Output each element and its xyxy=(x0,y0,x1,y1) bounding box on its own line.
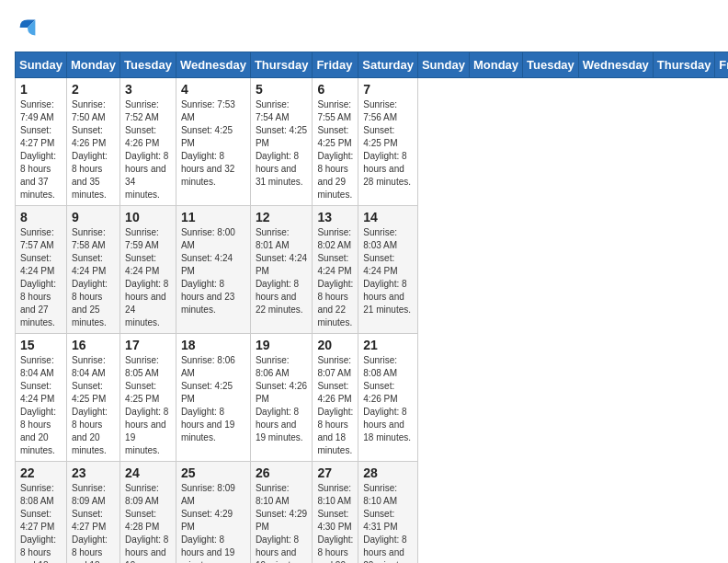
logo-icon xyxy=(15,15,40,40)
calendar-day-25: 25Sunrise: 8:09 AMSunset: 4:29 PMDayligh… xyxy=(176,462,250,564)
page-header xyxy=(15,15,713,40)
calendar-day-27: 27Sunrise: 8:10 AMSunset: 4:30 PMDayligh… xyxy=(313,462,358,564)
calendar-day-8: 8Sunrise: 7:57 AMSunset: 4:24 PMDaylight… xyxy=(16,206,67,334)
calendar-week-1: 1Sunrise: 7:49 AMSunset: 4:27 PMDaylight… xyxy=(16,78,729,206)
col-header-tuesday: Tuesday xyxy=(523,52,579,78)
col-header-friday: Friday xyxy=(313,52,358,78)
col-header-sunday: Sunday xyxy=(16,52,67,78)
col-header-thursday: Thursday xyxy=(250,52,313,78)
calendar-day-10: 10Sunrise: 7:59 AMSunset: 4:24 PMDayligh… xyxy=(120,206,176,334)
calendar-day-2: 2Sunrise: 7:50 AMSunset: 4:26 PMDaylight… xyxy=(66,78,119,206)
calendar-day-11: 11Sunrise: 8:00 AMSunset: 4:24 PMDayligh… xyxy=(176,206,250,334)
col-header-sunday: Sunday xyxy=(417,52,469,78)
calendar-day-16: 16Sunrise: 8:04 AMSunset: 4:25 PMDayligh… xyxy=(66,334,119,462)
calendar-week-2: 8Sunrise: 7:57 AMSunset: 4:24 PMDaylight… xyxy=(16,206,729,334)
calendar-day-21: 21Sunrise: 8:08 AMSunset: 4:26 PMDayligh… xyxy=(358,334,418,462)
calendar-day-23: 23Sunrise: 8:09 AMSunset: 4:27 PMDayligh… xyxy=(66,462,119,564)
calendar-day-5: 5Sunrise: 7:54 AMSunset: 4:25 PMDaylight… xyxy=(250,78,313,206)
calendar-table: SundayMondayTuesdayWednesdayThursdayFrid… xyxy=(15,52,728,563)
col-header-wednesday: Wednesday xyxy=(578,52,653,78)
calendar-day-19: 19Sunrise: 8:06 AMSunset: 4:26 PMDayligh… xyxy=(250,334,313,462)
col-header-monday: Monday xyxy=(469,52,522,78)
calendar-day-17: 17Sunrise: 8:05 AMSunset: 4:25 PMDayligh… xyxy=(120,334,176,462)
col-header-tuesday: Tuesday xyxy=(120,52,176,78)
calendar-week-4: 22Sunrise: 8:08 AMSunset: 4:27 PMDayligh… xyxy=(16,462,729,564)
calendar-day-14: 14Sunrise: 8:03 AMSunset: 4:24 PMDayligh… xyxy=(358,206,418,334)
calendar-day-3: 3Sunrise: 7:52 AMSunset: 4:26 PMDaylight… xyxy=(120,78,176,206)
col-header-thursday: Thursday xyxy=(653,52,715,78)
calendar-day-13: 13Sunrise: 8:02 AMSunset: 4:24 PMDayligh… xyxy=(313,206,358,334)
calendar-day-26: 26Sunrise: 8:10 AMSunset: 4:29 PMDayligh… xyxy=(250,462,313,564)
calendar-day-18: 18Sunrise: 8:06 AMSunset: 4:25 PMDayligh… xyxy=(176,334,250,462)
calendar-day-15: 15Sunrise: 8:04 AMSunset: 4:24 PMDayligh… xyxy=(16,334,67,462)
col-header-saturday: Saturday xyxy=(358,52,418,78)
calendar-day-22: 22Sunrise: 8:08 AMSunset: 4:27 PMDayligh… xyxy=(16,462,67,564)
col-header-wednesday: Wednesday xyxy=(176,52,250,78)
calendar-day-12: 12Sunrise: 8:01 AMSunset: 4:24 PMDayligh… xyxy=(250,206,313,334)
col-header-monday: Monday xyxy=(66,52,119,78)
calendar-day-20: 20Sunrise: 8:07 AMSunset: 4:26 PMDayligh… xyxy=(313,334,358,462)
calendar-day-9: 9Sunrise: 7:58 AMSunset: 4:24 PMDaylight… xyxy=(66,206,119,334)
calendar-week-3: 15Sunrise: 8:04 AMSunset: 4:24 PMDayligh… xyxy=(16,334,729,462)
col-header-friday: Friday xyxy=(715,52,728,78)
calendar-day-7: 7Sunrise: 7:56 AMSunset: 4:25 PMDaylight… xyxy=(358,78,418,206)
calendar-header-row: SundayMondayTuesdayWednesdayThursdayFrid… xyxy=(16,52,729,78)
calendar-day-1: 1Sunrise: 7:49 AMSunset: 4:27 PMDaylight… xyxy=(16,78,67,206)
calendar-day-6: 6Sunrise: 7:55 AMSunset: 4:25 PMDaylight… xyxy=(313,78,358,206)
calendar-day-24: 24Sunrise: 8:09 AMSunset: 4:28 PMDayligh… xyxy=(120,462,176,564)
calendar-day-4: 4Sunrise: 7:53 AMSunset: 4:25 PMDaylight… xyxy=(176,78,250,206)
calendar-day-28: 28Sunrise: 8:10 AMSunset: 4:31 PMDayligh… xyxy=(358,462,418,564)
logo xyxy=(15,15,44,40)
